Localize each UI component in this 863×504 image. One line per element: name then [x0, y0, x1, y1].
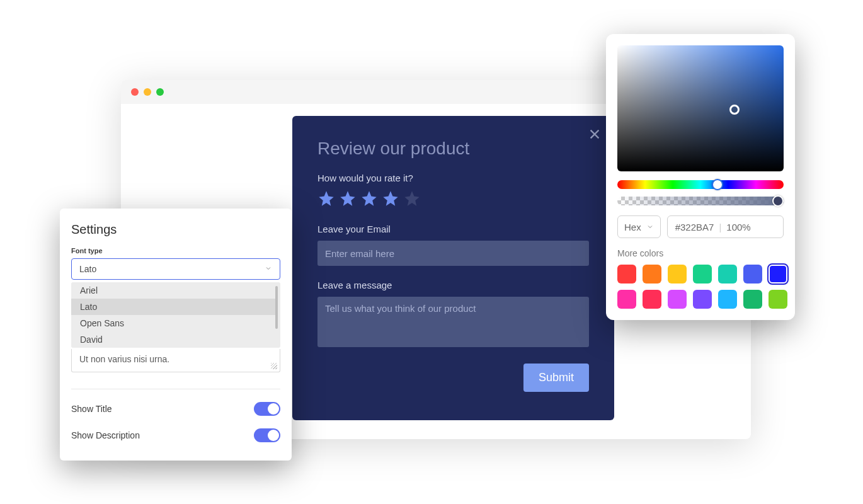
color-swatch[interactable] — [617, 265, 636, 284]
description-text: Ut non varius nisi urna. — [79, 354, 169, 364]
font-option[interactable]: Ariel — [71, 282, 275, 299]
star-icon[interactable] — [339, 190, 357, 210]
star-icon-empty[interactable] — [403, 190, 421, 210]
font-option[interactable]: Lato — [71, 299, 275, 315]
font-option[interactable]: David — [71, 331, 275, 348]
settings-title: Settings — [71, 222, 280, 237]
resize-handle-icon[interactable] — [271, 363, 277, 369]
color-swatch[interactable] — [718, 290, 737, 309]
color-gradient-field[interactable] — [617, 45, 784, 171]
hue-handle[interactable] — [712, 179, 723, 190]
settings-panel: Settings Font type Lato Ariel Lato Open … — [60, 209, 292, 461]
font-type-label: Font type — [71, 247, 280, 255]
color-picker: Hex #322BA7 | 100% More colors — [606, 34, 795, 320]
color-swatch[interactable] — [743, 290, 762, 309]
color-swatch[interactable] — [693, 290, 712, 309]
description-textarea[interactable]: Ut non varius nisi urna. — [71, 349, 280, 372]
review-modal: Review our product How would you rate it… — [292, 116, 614, 420]
hex-value-field[interactable]: #322BA7 | 100% — [667, 215, 784, 238]
scrollbar[interactable] — [275, 286, 278, 329]
color-swatch[interactable] — [769, 290, 787, 309]
chevron-down-icon — [265, 265, 272, 274]
window-close-dot[interactable] — [131, 88, 139, 96]
review-title: Review our product — [317, 139, 589, 159]
show-title-row: Show Title — [71, 402, 280, 416]
show-title-toggle[interactable] — [254, 402, 280, 416]
font-type-dropdown: Ariel Lato Open Sans David — [71, 282, 280, 348]
color-swatch[interactable] — [643, 290, 661, 309]
color-swatch[interactable] — [617, 290, 636, 309]
star-rating[interactable] — [317, 190, 589, 210]
message-label: Leave a message — [317, 280, 589, 290]
font-option[interactable]: Open Sans — [71, 315, 275, 331]
hex-value: #322BA7 — [675, 222, 714, 232]
font-type-select[interactable]: Lato — [71, 258, 280, 280]
opacity-handle[interactable] — [772, 195, 784, 207]
font-type-selected-value: Lato — [79, 264, 96, 274]
opacity-value: 100% — [726, 222, 750, 232]
color-format-select[interactable]: Hex — [617, 215, 661, 238]
color-swatch[interactable] — [668, 265, 687, 284]
color-swatch[interactable] — [718, 265, 737, 284]
opacity-slider[interactable] — [617, 197, 784, 205]
color-swatch[interactable] — [743, 265, 762, 284]
star-icon[interactable] — [360, 190, 378, 210]
color-value-row: Hex #322BA7 | 100% — [617, 215, 784, 238]
color-format-value: Hex — [624, 222, 641, 232]
color-swatch[interactable] — [769, 265, 787, 284]
show-description-label: Show Description — [71, 430, 140, 440]
gradient-handle[interactable] — [729, 105, 740, 115]
star-icon[interactable] — [317, 190, 335, 210]
window-minimize-dot[interactable] — [144, 88, 151, 96]
star-icon[interactable] — [382, 190, 399, 210]
color-swatches — [617, 265, 784, 309]
rating-question: How would you rate it? — [317, 173, 589, 183]
show-title-label: Show Title — [71, 404, 112, 414]
show-description-row: Show Description — [71, 428, 280, 442]
chevron-down-icon — [646, 222, 654, 232]
close-icon[interactable] — [588, 127, 602, 141]
color-swatch[interactable] — [693, 265, 712, 284]
submit-button[interactable]: Submit — [523, 364, 589, 392]
window-maximize-dot[interactable] — [156, 88, 164, 96]
divider — [71, 389, 280, 389]
hue-slider[interactable] — [617, 180, 784, 189]
message-textarea[interactable] — [317, 297, 589, 347]
color-swatch[interactable] — [668, 290, 687, 309]
show-description-toggle[interactable] — [254, 428, 280, 442]
email-input[interactable] — [317, 241, 589, 266]
more-colors-label: More colors — [617, 248, 784, 258]
value-separator: | — [719, 222, 721, 232]
color-swatch[interactable] — [643, 265, 661, 284]
email-label: Leave your Email — [317, 224, 589, 234]
